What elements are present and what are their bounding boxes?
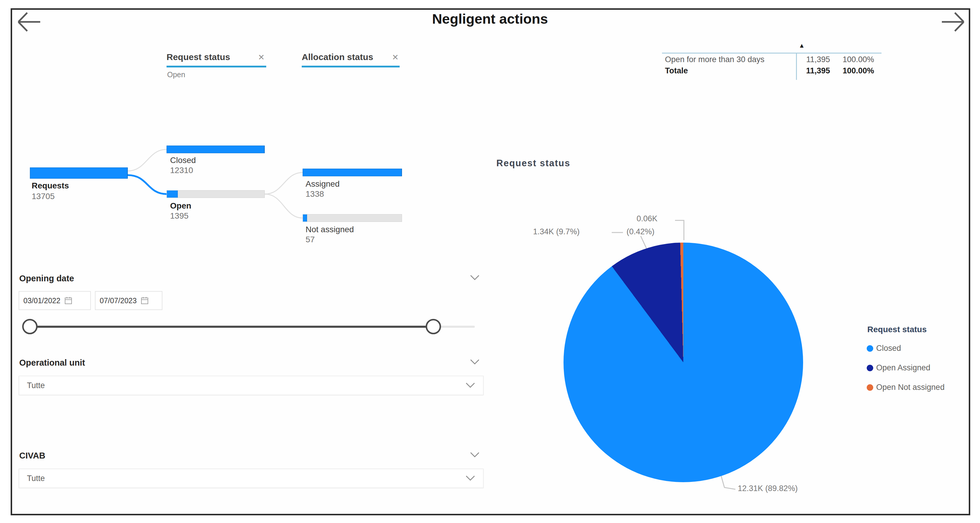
bar-fill	[303, 215, 307, 222]
arrow-left-icon	[18, 13, 40, 31]
chevron-down-icon[interactable]	[465, 382, 476, 389]
back-arrow-button[interactable]	[15, 10, 42, 34]
tree-node-value: 13705	[32, 192, 55, 201]
bar-fill	[167, 191, 178, 198]
end-date-input[interactable]: 07/07/2023	[95, 291, 162, 310]
tree-node-value: 1338	[305, 189, 324, 199]
tree-node-closed-bar[interactable]	[167, 146, 265, 153]
legend-dot	[867, 384, 873, 391]
dropdown-selected-value: Tutte	[27, 474, 45, 483]
start-date-value: 03/01/2022	[23, 296, 60, 305]
filter-selected-value: Open	[167, 70, 185, 79]
tree-node-label: Open	[170, 201, 191, 211]
table-cell-percent: 100.00%	[834, 66, 874, 75]
table-column-divider	[796, 52, 797, 80]
slider-handle-start[interactable]	[22, 319, 38, 334]
table-cell-percent: 100.00%	[834, 55, 874, 64]
legend-dot	[867, 345, 873, 352]
chevron-down-icon[interactable]	[470, 452, 480, 458]
slider-handle-end[interactable]	[426, 319, 441, 334]
opening-date-header: Opening date	[19, 273, 74, 283]
filter-underline	[167, 66, 266, 67]
bar-fill	[30, 168, 127, 178]
filter-chip-request-status: Request status ✕ Open	[167, 52, 230, 62]
legend-label: Open Assigned	[876, 363, 930, 372]
table-cell-label: Totale	[665, 66, 688, 75]
calendar-icon[interactable]	[65, 297, 72, 304]
filter-underline	[302, 66, 399, 67]
pie-chart[interactable]	[563, 243, 803, 482]
tree-node-value: 1395	[170, 211, 188, 221]
civab-dropdown[interactable]: Tutte	[19, 469, 484, 488]
report-page: Negligent actions Request status ✕ Open …	[0, 0, 980, 523]
close-icon[interactable]: ✕	[392, 52, 399, 62]
pie-data-label-notassigned-value: 0.06K	[636, 214, 657, 223]
filter-field-label: Request status	[167, 52, 230, 62]
tree-node-label: Not assigned	[305, 225, 354, 234]
slider-track-selected	[30, 326, 433, 328]
legend-dot	[867, 365, 873, 371]
end-date-value: 07/07/2023	[100, 296, 137, 305]
pie-data-label-open-assigned: 1.34K (9.7%)	[533, 227, 580, 236]
tree-node-label: Closed	[170, 156, 196, 165]
start-date-input[interactable]: 03/01/2022	[19, 291, 91, 310]
tree-node-value: 57	[305, 235, 315, 244]
page-title: Negligent actions	[0, 11, 980, 27]
filter-field-label: Allocation status	[302, 52, 373, 62]
tree-node-open-bar[interactable]	[167, 190, 265, 198]
table-cell-value: 11,395	[799, 55, 830, 64]
arrow-right-icon	[942, 13, 964, 31]
pie-data-label-notassigned-percent: (0.42%)	[627, 227, 655, 236]
chevron-down-icon[interactable]	[470, 275, 480, 281]
tree-node-assigned-bar[interactable]	[302, 169, 402, 176]
table-top-border	[662, 52, 881, 54]
page-border	[11, 8, 970, 515]
pie-data-label-closed: 12.31K (89.82%)	[738, 484, 798, 493]
dropdown-selected-value: Tutte	[27, 381, 45, 390]
operational-unit-dropdown[interactable]: Tutte	[19, 376, 484, 395]
legend-title: Request status	[867, 325, 927, 334]
civab-header: CIVAB	[19, 451, 45, 461]
sort-ascending-icon[interactable]: ▲	[799, 42, 805, 49]
tree-node-requests-bar[interactable]	[30, 167, 128, 179]
forward-arrow-button[interactable]	[940, 10, 967, 34]
calendar-icon[interactable]	[141, 297, 148, 304]
tree-node-value: 12310	[170, 166, 193, 175]
filter-chip-allocation-status: Allocation status ✕	[302, 52, 373, 62]
tree-node-label: Requests	[32, 181, 69, 191]
close-icon[interactable]: ✕	[258, 52, 265, 62]
legend-item-open-assigned[interactable]: Open Assigned	[867, 363, 930, 372]
tree-node-notassigned-bar[interactable]	[302, 214, 402, 222]
tree-node-label: Assigned	[305, 179, 340, 189]
legend-label: Open Not assigned	[876, 383, 945, 392]
chevron-down-icon[interactable]	[470, 359, 480, 365]
table-cell-label: Open for more than 30 days	[665, 55, 764, 64]
legend-item-open-notassigned[interactable]: Open Not assigned	[867, 383, 945, 392]
bar-fill	[303, 169, 402, 176]
operational-unit-header: Operational unit	[19, 358, 85, 368]
pie-chart-title: Request status	[496, 158, 570, 169]
table-cell-value: 11,395	[799, 66, 830, 75]
legend-label: Closed	[876, 344, 901, 353]
bar-fill	[167, 146, 264, 153]
legend-item-closed[interactable]: Closed	[867, 344, 901, 353]
chevron-down-icon[interactable]	[465, 475, 476, 482]
